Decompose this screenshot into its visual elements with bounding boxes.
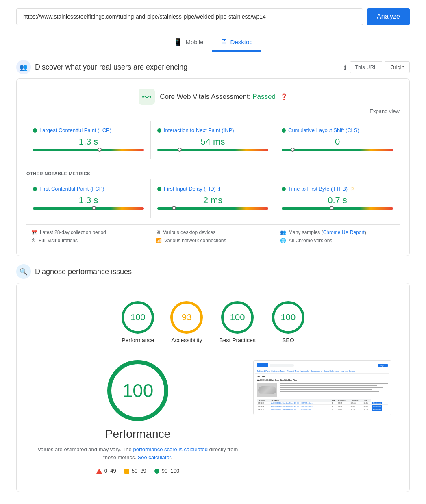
score-best-practices: 100 Best Practices [219, 301, 255, 343]
ttfb-progress [282, 207, 393, 210]
seo-label: SEO [282, 337, 294, 343]
webpage-thumb-container: Sign In Tubing & Pipe Stainless Types Pr… [253, 360, 391, 415]
lcp-status-dot [33, 128, 37, 133]
perf-score-calc-link[interactable]: performance score is calculated [133, 446, 208, 452]
score-seo: 100 SEO [272, 301, 304, 343]
footer-visit-durations: ⏱ Full visit durations [31, 238, 146, 243]
timer-icon: ⏱ [31, 238, 36, 243]
wifi-icon: 📶 [156, 238, 162, 243]
cls-status-dot [282, 128, 286, 133]
device-tabs: 📱 Mobile 🖥 Desktop [0, 33, 426, 52]
metric-fcp: First Contentful Paint (FCP) 1.3 s [26, 179, 151, 218]
analyze-button[interactable]: Analyze [367, 8, 410, 25]
footer-notes: 📅 Latest 28-day collection period ⏱ Full… [26, 224, 400, 246]
average-range: 50–89 [132, 468, 146, 474]
diagnose-card: 100 Performance 93 Accessibility 100 Bes… [16, 283, 410, 492]
cwv-header: Core Web Vitals Assessment: Passed ❓ [26, 89, 400, 105]
good-range: 90–100 [162, 468, 179, 474]
fid-info-icon[interactable]: ℹ [218, 186, 220, 192]
url-bar-section: Analyze [0, 0, 426, 33]
performance-circle: 100 [122, 301, 154, 334]
thumb-row-3: WP-4-15 Weld 304/316 - Stainless Pipe - … [257, 408, 388, 411]
metric-fid-label: First Input Delay (FID) ℹ [157, 186, 268, 192]
diagnose-icon: 🔍 [16, 264, 31, 279]
footer-col-2: 🖥 Various desktop devices 📶 Various netw… [151, 230, 275, 246]
lcp-link[interactable]: Largest Contentful Paint (LCP) [39, 127, 111, 133]
metric-ttfb: Time to First Byte (TTFB) ⚐ 0.7 s [275, 179, 400, 218]
globe-icon: 🌐 [280, 238, 286, 243]
metric-fcp-label: First Contentful Paint (FCP) [33, 186, 144, 192]
footer-col-3: 👥 Many samples (Chrome UX Report) 🌐 All … [275, 230, 400, 246]
footer-col-1: 📅 Latest 28-day collection period ⏱ Full… [26, 230, 151, 246]
svg-point-1 [150, 96, 151, 98]
fcp-link[interactable]: First Contentful Paint (FCP) [39, 186, 104, 192]
cwv-icon [139, 89, 155, 105]
thumb-product-row [257, 383, 388, 397]
footer-samples: 👥 Many samples (Chrome UX Report) [280, 230, 395, 235]
thumb-text-block [280, 383, 388, 393]
thumb-breadcrumb: DETFA [257, 375, 388, 378]
real-users-icon: 👥 [16, 60, 31, 74]
cls-link[interactable]: Cumulative Layout Shift (CLS) [288, 127, 359, 133]
webpage-thumbnail: Sign In Tubing & Pipe Stainless Types Pr… [253, 360, 391, 415]
thumb-pipe-img [258, 386, 276, 394]
thumb-header: Sign In [255, 362, 389, 369]
mobile-icon: 📱 [173, 37, 182, 46]
metric-cls-label: Cumulative Layout Shift (CLS) [282, 127, 393, 133]
thumb-product-title: Weld 304/316 Stainless Steel Welded Pipe [257, 379, 388, 381]
good-icon [154, 469, 159, 474]
tab-desktop[interactable]: 🖥 Desktop [212, 33, 261, 52]
thumb-table: Part Code Part Name Qty List price Price… [257, 399, 388, 411]
this-url-button[interactable]: This URL [350, 61, 382, 73]
thumb-inner: Sign In Tubing & Pipe Stainless Types Pr… [254, 361, 391, 415]
cwv-help-icon[interactable]: ❓ [280, 93, 287, 100]
inp-status-dot [157, 128, 161, 133]
fail-range: 0–49 [104, 468, 116, 474]
real-users-card: Core Web Vitals Assessment: Passed ❓ Exp… [16, 78, 410, 256]
score-performance: 100 Performance [122, 301, 154, 343]
ttfb-value: 0.7 s [282, 195, 393, 206]
core-metrics-grid: Largest Contentful Paint (LCP) 1.3 s Int… [26, 121, 400, 159]
inp-progress [157, 149, 268, 151]
fail-icon [96, 469, 102, 474]
see-calculator-link[interactable]: See calculator [138, 454, 171, 461]
perf-description: Values are estimated and may vary. The p… [35, 445, 241, 461]
average-icon [124, 469, 129, 474]
inp-value: 54 ms [157, 137, 268, 147]
chrome-ux-report-link[interactable]: Chrome UX Report [323, 230, 365, 235]
tab-mobile[interactable]: 📱 Mobile [165, 33, 211, 52]
other-metrics-label: OTHER NOTABLE METRICS [26, 166, 400, 179]
legend-fail: 0–49 [96, 468, 116, 474]
real-users-section-header: 👥 Discover what your real users are expe… [0, 60, 426, 78]
real-users-title: Discover what your real users are experi… [35, 63, 187, 72]
fid-status-dot [157, 187, 161, 191]
performance-label: Performance [122, 337, 154, 343]
fid-value: 2 ms [157, 195, 268, 206]
accessibility-circle: 93 [170, 301, 203, 334]
legend-average: 50–89 [124, 468, 146, 474]
metric-lcp: Largest Contentful Paint (LCP) 1.3 s [26, 121, 151, 159]
fcp-value: 1.3 s [33, 195, 144, 206]
ttfb-link[interactable]: Time to First Byte (TTFB) [288, 186, 348, 192]
score-legend: 0–49 50–89 90–100 [96, 468, 179, 474]
cls-value: 0 [282, 137, 393, 147]
thumb-row-2: WP-4-12 Weld 304/316 - Stainless Pipe - … [257, 405, 388, 408]
calendar-icon: 📅 [31, 230, 37, 235]
ttfb-status-dot [282, 187, 286, 191]
other-metrics-grid: First Contentful Paint (FCP) 1.3 s First… [26, 179, 400, 218]
fid-link[interactable]: First Input Delay (FID) [164, 186, 216, 192]
fid-progress [157, 207, 268, 210]
inp-link[interactable]: Interaction to Next Paint (INP) [164, 127, 234, 133]
scores-grid: 100 Performance 93 Accessibility 100 Bes… [26, 301, 400, 343]
footer-network: 📶 Various network connections [156, 238, 270, 243]
monitor-icon: 🖥 [156, 230, 161, 235]
score-accessibility: 93 Accessibility [170, 301, 203, 343]
expand-view-button[interactable]: Expand view [26, 108, 400, 114]
url-input[interactable] [16, 8, 363, 25]
tab-desktop-label: Desktop [230, 39, 253, 46]
thumb-search [270, 364, 294, 367]
info-icon: ℹ [344, 63, 346, 71]
perf-big-label: Performance [105, 428, 170, 441]
perf-big-circle: 100 [107, 360, 168, 421]
origin-button[interactable]: Origin [385, 61, 410, 73]
